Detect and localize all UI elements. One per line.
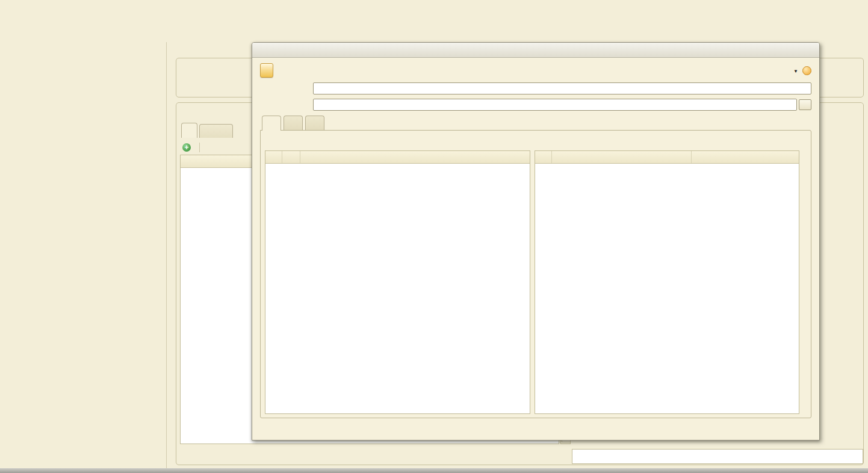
tab-parametry[interactable] xyxy=(284,116,303,130)
tab-kommentariy[interactable] xyxy=(305,116,324,130)
dialog-titlebar[interactable] xyxy=(252,43,819,58)
chevron-down-icon: ▼ xyxy=(793,69,798,74)
tab-vygruzka[interactable] xyxy=(181,123,197,138)
purpose-input[interactable] xyxy=(313,99,797,111)
tree-pane xyxy=(265,134,530,414)
bg-list-toolbar: + xyxy=(182,141,205,153)
tree-pane-toolbar xyxy=(265,134,530,148)
column-header-name[interactable] xyxy=(552,151,692,163)
fields-pane xyxy=(535,134,799,414)
tree-table xyxy=(265,150,530,414)
fields-table xyxy=(535,150,799,414)
all-actions-button[interactable]: ▼ xyxy=(792,66,798,75)
column-header-delete[interactable] xyxy=(265,151,282,163)
column-header-tree[interactable] xyxy=(300,151,530,163)
fields-pane-toolbar xyxy=(535,134,799,148)
data-tab-panel xyxy=(260,130,811,418)
bottom-right-pane xyxy=(572,449,863,464)
dialog-window: ▼ xyxy=(252,42,820,441)
column-header-move[interactable] xyxy=(535,151,552,163)
bottom-bar xyxy=(0,468,868,473)
dialog-command-bar: ▼ xyxy=(260,63,811,78)
dialog-body: ▼ xyxy=(252,58,819,440)
column-header-field[interactable] xyxy=(692,151,799,163)
toolbar-separator xyxy=(199,143,200,152)
top-toolbar xyxy=(0,0,868,42)
purpose-more-button[interactable] xyxy=(799,99,811,110)
tab-partial[interactable] xyxy=(199,124,233,138)
create-button[interactable]: + xyxy=(182,143,194,152)
tab-dannye[interactable] xyxy=(262,116,281,131)
bg-tab-strip xyxy=(181,123,233,138)
sidebar xyxy=(0,42,167,468)
dialog-tab-strip xyxy=(260,116,811,130)
save-close-button[interactable] xyxy=(260,63,273,78)
name-input[interactable] xyxy=(313,82,811,94)
column-header-move[interactable] xyxy=(282,151,300,163)
fields-table-header xyxy=(535,151,799,164)
plus-icon: + xyxy=(182,143,191,152)
purpose-field-row xyxy=(260,99,811,111)
screen: + ▼ ▼ xyxy=(0,0,868,473)
help-button[interactable] xyxy=(802,66,811,75)
tree-table-header xyxy=(265,151,530,164)
name-field-row xyxy=(260,82,811,94)
